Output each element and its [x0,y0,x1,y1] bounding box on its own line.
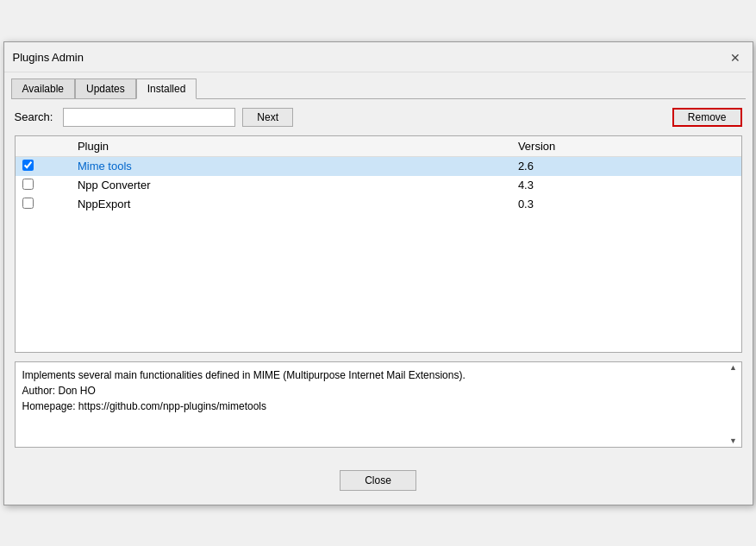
col-header-version: Version [511,136,741,157]
plugin-checkbox[interactable] [22,179,34,190]
tab-bar: Available Updates Installed [4,72,753,98]
plugin-checkbox[interactable] [22,160,34,171]
table-row[interactable]: Mime tools2.6 [16,156,741,176]
plugin-table-container: Plugin Version Mime tools2.6Npp Converte… [15,135,742,353]
plugin-version: 2.6 [511,156,741,176]
search-input[interactable] [63,108,235,127]
search-label: Search: [15,110,53,123]
tab-installed[interactable]: Installed [136,78,197,99]
plugins-admin-dialog: Plugins Admin ✕ Available Updates Instal… [3,41,753,505]
tab-updates[interactable]: Updates [75,78,136,99]
description-line2: Author: Don HO [22,383,734,399]
tab-available[interactable]: Available [11,78,75,99]
search-row: Search: Next Remove [15,108,742,127]
next-button[interactable]: Next [242,108,293,127]
plugin-name: Npp Converter [71,176,511,195]
table-row[interactable]: NppExport0.3 [16,195,741,214]
plugin-table: Plugin Version Mime tools2.6Npp Converte… [16,136,741,352]
title-bar: Plugins Admin ✕ [4,42,753,72]
table-row[interactable]: Npp Converter4.3 [16,176,741,195]
dialog-title: Plugins Admin [13,51,84,64]
plugin-version: 0.3 [511,195,741,214]
scroll-up-icon[interactable]: ▲ [729,364,737,372]
col-header-checkbox [16,136,71,157]
tab-content: Search: Next Remove Plugin Version Mime … [4,99,753,456]
description-line3: Homepage: https://github.com/npp-plugins… [22,399,734,414]
window-close-button[interactable]: ✕ [727,49,744,66]
scroll-down-icon[interactable]: ▼ [729,437,737,445]
col-header-plugin: Plugin [71,136,511,157]
plugin-name: Mime tools [71,156,511,176]
remove-button[interactable]: Remove [672,108,742,127]
description-line1: Implements several main functionalities … [22,367,734,383]
plugin-checkbox[interactable] [22,198,34,209]
plugin-version: 4.3 [511,176,741,195]
close-dialog-button[interactable]: Close [340,470,416,491]
plugin-name: NppExport [71,195,511,214]
footer: Close [4,456,753,505]
description-box: Implements several main functionalities … [15,361,742,448]
scrollbar[interactable]: ▲ ▼ [728,364,740,445]
